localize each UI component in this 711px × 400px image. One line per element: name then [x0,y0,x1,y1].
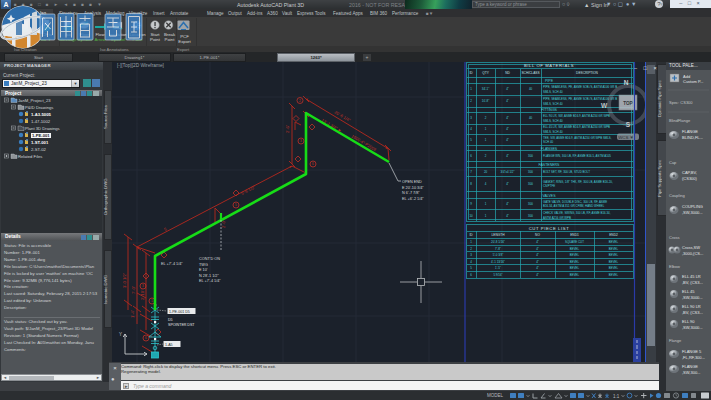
svg-text:8: 8 [470,182,472,186]
svg-text:1-A5: 1-A5 [165,343,173,347]
svg-text:10'-8": 10'-8" [482,99,489,103]
svg-text:3: 3 [142,284,144,288]
svg-text:1: 1 [485,202,487,206]
svg-text:E 10': E 10' [199,268,208,272]
svg-text:SMLS, SCH 40: SMLS, SCH 40 [543,102,563,106]
svg-text:4: 4 [485,182,487,186]
svg-text:5'-6 1/2": 5'-6 1/2" [240,184,256,196]
svg-text:4: 4 [470,260,472,264]
svg-text:5: 5 [470,138,472,142]
svg-text:SQUARE CUT: SQUARE CUT [565,240,584,244]
svg-text:300: 300 [528,214,533,218]
svg-text:4": 4" [536,266,539,270]
svg-text:BEVEL: BEVEL [570,273,580,277]
svg-text:7'-8": 7'-8" [495,247,501,251]
svg-text:BEVEL: BEVEL [609,266,619,270]
svg-text:7'-0": 7'-0" [131,285,136,294]
svg-text:1'-5": 1'-5" [495,266,501,270]
svg-text:ASTM A216 GR WPB: ASTM A216 GR WPB [543,216,571,220]
svg-text:SCH/CLASS: SCH/CLASS [521,71,539,75]
svg-text:CHECK VALVE, SWING, 300 LB, RF: CHECK VALVE, SWING, 300 LB, RF, ASME B16… [543,211,611,215]
svg-text:VALVES: VALVES [542,194,556,198]
svg-text:Custom P...: Custom P... [683,79,703,84]
svg-text:FLANGE: FLANGE [682,129,698,134]
svg-text:300: 300 [528,202,533,206]
svg-text:BILL OF MATERIALS: BILL OF MATERIALS [524,63,574,68]
svg-text:6: 6 [312,162,314,166]
svg-text:TOP: TOP [623,101,632,106]
svg-text:LENGTH: LENGTH [492,233,506,237]
svg-text:Spec: CS300: Spec: CS300 [669,100,693,105]
svg-text:END1: END1 [570,233,579,237]
svg-text:Coupling: Coupling [669,193,685,198]
svg-text:300: 300 [528,182,533,186]
svg-text:3: 3 [470,116,472,120]
svg-text:4": 4" [506,154,509,158]
svg-text:ELL 45 LR: ELL 45 LR [682,274,701,279]
svg-text:4": 4" [506,99,509,103]
svg-text:ELL 45: ELL 45 [682,289,695,294]
svg-text:,3000,(CS...: ,3000,(CS... [682,251,703,256]
svg-text:20'-8 1/16": 20'-8 1/16" [491,240,505,244]
svg-text:20: 20 [484,170,488,174]
svg-text:2: 2 [485,154,487,158]
svg-text:BlindFlange: BlindFlange [669,118,691,123]
svg-text:(CS300): (CS300) [682,176,698,181]
svg-text:B16.34, ASTM A 351 GR CF8M, HA: B16.34, ASTM A 351 GR CF8M, HAND WHEEL [543,204,605,208]
svg-text:ELL 45 LR, SW, ASME B16.9, AST: ELL 45 LR, SW, ASME B16.9, ASTM A234 GR … [543,125,610,129]
svg-text:PIPE: PIPE [545,79,554,83]
svg-text:GATE VALVE, DOUBLE DISC, 300 L: GATE VALVE, DOUBLE DISC, 300 LB, RF, ASM… [543,200,607,204]
svg-text:OPEN END: OPEN END [402,180,422,184]
svg-text:1: 1 [485,127,487,131]
svg-text:4: 4 [470,127,472,131]
svg-text:,SW,3000...: ,SW,3000... [682,210,703,215]
svg-text:CS/PTFE: CS/PTFE [543,184,555,188]
svg-text:W: W [601,102,608,109]
svg-text:4": 4" [536,247,539,251]
svg-text:7: 7 [470,170,472,174]
svg-text:40: 40 [529,87,533,91]
svg-text:ID: ID [469,233,473,237]
svg-text:COUPLING: COUPLING [682,204,703,209]
svg-text:SMLS, SCH 40: SMLS, SCH 40 [543,90,563,94]
svg-text:1: 1 [470,87,472,91]
svg-text:[-][Top][2D Wireframe]: [-][Top][2D Wireframe] [117,63,164,68]
svg-text:4": 4" [506,202,509,206]
svg-text:Y: Y [119,332,122,337]
svg-text:4": 4" [536,240,539,244]
svg-text:FLANGE WN, 300 LB, RF, ASME B1: FLANGE WN, 300 LB, RF, ASME B16.5, ASTM … [543,154,611,158]
svg-text:Cross: Cross [669,235,679,240]
svg-text:SPOINTER DST: SPOINTER DST [168,323,195,327]
svg-text:FLANGES: FLANGES [541,147,558,151]
svg-text:FITTINGS: FITTINGS [541,108,558,112]
svg-text:2'-6": 2'-6" [285,124,290,133]
svg-text:N 6'-7 7/8": N 6'-7 7/8" [402,191,420,195]
svg-text:TWG: TWG [199,263,208,267]
svg-text:N: N [624,79,629,86]
svg-text:9: 9 [470,202,472,206]
svg-text:3: 3 [470,253,472,257]
svg-text:FASTENERS: FASTENERS [539,163,560,167]
svg-text:BEVEL: BEVEL [570,253,580,257]
svg-text:1'-4": 1'-4" [130,309,135,318]
svg-text:4": 4" [506,87,509,91]
svg-text:5: 5 [235,203,237,207]
svg-text:Elbow: Elbow [669,264,680,269]
svg-text:3'-0 1/2": 3'-0 1/2" [122,272,127,288]
svg-text:13'-1 3/4" ►: 13'-1 3/4" ► [320,118,342,134]
svg-text:BEVEL: BEVEL [609,247,619,251]
svg-text:4": 4" [506,116,509,120]
svg-text:CUT PIECE LIST: CUT PIECE LIST [529,226,570,231]
svg-text:2: 2 [470,99,472,103]
svg-text:WCS ▼: WCS ▼ [618,135,633,140]
svg-text:FLANGE: FLANGE [682,364,698,369]
svg-text:6: 6 [470,273,472,277]
svg-text:4": 4" [536,273,539,277]
svg-text:4'-1 13/16": 4'-1 13/16" [491,260,505,264]
svg-text:4": 4" [506,214,509,218]
svg-text:BEVEL: BEVEL [609,253,619,257]
svg-text:,FL,RF,300...: ,FL,RF,300... [682,355,705,360]
svg-text:3: 3 [300,139,302,143]
svg-text:4": 4" [536,260,539,264]
svg-text:BEVEL: BEVEL [570,266,580,270]
